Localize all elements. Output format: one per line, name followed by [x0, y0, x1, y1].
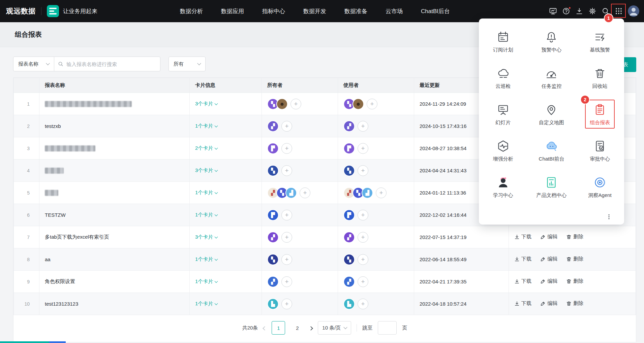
nav-item-chatbi-admin[interactable]: ChatBI后台 [421, 7, 450, 15]
cards-link[interactable]: 1个卡片 [195, 212, 217, 217]
nav-item-data-prep[interactable]: 数据准备 [344, 7, 367, 15]
add-owner-button[interactable]: + [281, 232, 292, 243]
download-button[interactable]: 下载 [514, 256, 531, 262]
delete-button[interactable]: 删除 [566, 234, 583, 240]
delete-button[interactable]: 删除 [566, 300, 583, 307]
gear-icon[interactable] [588, 7, 596, 15]
add-user-button[interactable]: + [358, 210, 368, 220]
member-avatar[interactable]: ▞ [343, 276, 355, 287]
app-item-gauge[interactable]: 任务监控 [527, 60, 576, 96]
member-avatar[interactable]: ▞ [267, 276, 279, 287]
page-1-button[interactable]: 1 [272, 321, 285, 335]
report-name[interactable]: test123123123 [39, 293, 190, 315]
nav-item-data-apps[interactable]: 数据应用 [221, 7, 244, 15]
add-user-button[interactable]: + [358, 276, 368, 287]
add-user-button[interactable]: + [367, 99, 377, 109]
cards-link[interactable]: 3个卡片 [195, 167, 217, 173]
add-user-button[interactable]: + [358, 299, 368, 309]
cards-link[interactable]: 1个卡片 [195, 123, 217, 129]
report-name[interactable] [39, 160, 190, 182]
page-size-select[interactable]: 10 条/页 [318, 321, 351, 335]
add-user-button[interactable]: + [376, 187, 387, 198]
member-avatar[interactable]: ▚ [267, 254, 279, 265]
download-icon[interactable] [575, 7, 583, 15]
add-owner-button[interactable]: + [281, 143, 292, 154]
app-item-bell[interactable]: 预警中心 [527, 23, 576, 60]
edit-button[interactable]: 编辑 [540, 278, 557, 284]
app-item-chat-cloud[interactable]: ChatBI前台 [527, 132, 576, 169]
edit-button[interactable]: 编辑 [540, 300, 557, 307]
report-name[interactable]: aa [39, 248, 190, 271]
nav-item-data-dev[interactable]: 数据开发 [303, 7, 326, 15]
member-avatar[interactable]: ▞ [343, 232, 355, 243]
member-avatar[interactable]: ▛ [267, 209, 279, 221]
download-button[interactable]: 下载 [514, 234, 531, 240]
report-name[interactable]: TESTZW [39, 204, 190, 226]
prev-page-button[interactable] [263, 325, 266, 331]
report-name[interactable] [39, 93, 190, 115]
member-avatar[interactable]: ▟ [362, 187, 373, 199]
more-options-icon[interactable] [605, 213, 613, 220]
cards-link[interactable]: 1个卡片 [195, 301, 217, 306]
app-item-map-pin[interactable]: 自定义地图 [527, 96, 576, 132]
jump-page-input[interactable] [378, 321, 397, 335]
member-avatar[interactable]: ▚ [343, 254, 355, 265]
cards-link[interactable]: 1个卡片 [195, 278, 217, 284]
scope-select[interactable]: 所有 [168, 57, 206, 71]
report-name[interactable] [39, 137, 190, 160]
nav-item-data-analysis[interactable]: 数据分析 [180, 7, 203, 15]
app-item-doc-chart[interactable]: 产品文档中心 [527, 169, 576, 205]
app-item-calendar[interactable]: 订阅计划 [479, 23, 527, 60]
app-item-baseline[interactable]: 基线预警 [576, 23, 624, 60]
member-avatar[interactable]: ▚ [267, 165, 279, 176]
member-avatar[interactable]: ▞ [267, 232, 279, 243]
add-owner-button[interactable]: + [290, 99, 301, 109]
cards-link[interactable]: 1个卡片 [195, 256, 217, 262]
member-avatar[interactable]: ▛ [343, 143, 355, 154]
edit-button[interactable]: 编辑 [540, 256, 557, 262]
member-avatar[interactable]: ▞ [343, 121, 355, 132]
report-name[interactable]: 角色权限设置 [39, 271, 190, 293]
cards-link[interactable]: 3个卡片 [195, 101, 217, 106]
app-item-cloud-scan[interactable]: 云巡检 [479, 60, 527, 96]
add-user-button[interactable]: + [358, 254, 368, 265]
search-field-select[interactable]: 报表名称 [13, 57, 54, 71]
cards-link[interactable]: 2个卡片 [195, 145, 217, 151]
add-owner-button[interactable]: + [281, 165, 292, 176]
app-item-pulse[interactable]: 增强分析 [479, 132, 527, 169]
user-avatar[interactable] [628, 5, 639, 17]
download-button[interactable]: 下载 [514, 278, 531, 284]
cards-link[interactable]: 3个卡片 [195, 234, 217, 240]
member-avatar[interactable]: ▞ [267, 121, 279, 132]
search-input[interactable] [54, 57, 160, 71]
app-item-person[interactable]: 学习中心 [479, 169, 527, 205]
edit-button[interactable]: 编辑 [540, 234, 557, 240]
add-owner-button[interactable]: + [281, 276, 292, 287]
member-avatar[interactable]: ▙ [343, 298, 355, 310]
next-page-button[interactable] [309, 325, 312, 331]
member-avatar[interactable]: ▚ [343, 165, 355, 176]
member-avatar[interactable]: ▙ [267, 298, 279, 310]
add-owner-button[interactable]: + [281, 254, 292, 265]
app-item-trash[interactable]: 回收站 [576, 60, 624, 96]
add-owner-button[interactable]: + [281, 210, 292, 220]
add-user-button[interactable]: + [358, 121, 368, 132]
cards-link[interactable]: 1个卡片 [195, 190, 217, 195]
member-avatar[interactable]: ☻ [276, 98, 288, 110]
app-item-agent[interactable]: 洞察Agent [576, 169, 624, 205]
screen-icon[interactable] [549, 7, 557, 15]
app-item-approval[interactable]: 审批中心 [576, 132, 624, 169]
app-item-report[interactable]: 组合报表2 [576, 96, 624, 132]
add-owner-button[interactable]: + [300, 187, 310, 198]
download-button[interactable]: 下载 [514, 300, 531, 307]
add-owner-button[interactable]: + [281, 121, 292, 132]
app-item-slides[interactable]: 幻灯片 [479, 96, 527, 132]
nav-item-cloud-market[interactable]: 云市场 [386, 7, 403, 15]
delete-button[interactable]: 删除 [566, 256, 583, 262]
page-2-button[interactable]: 2 [290, 321, 304, 335]
report-name[interactable] [39, 182, 190, 204]
member-avatar[interactable]: ☻ [352, 98, 364, 110]
brand-name[interactable]: 观远数据 [6, 6, 36, 16]
member-avatar[interactable]: ▛ [343, 209, 355, 221]
apps-grid-icon[interactable] [615, 7, 623, 15]
